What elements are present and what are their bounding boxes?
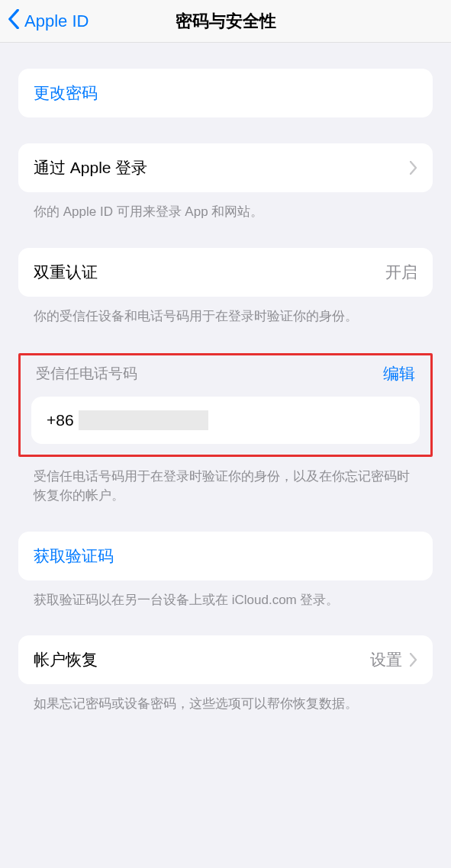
chevron-right-icon	[410, 161, 417, 175]
chevron-right-icon	[410, 653, 417, 667]
chevron-left-icon	[8, 9, 24, 34]
two-factor-value: 开启	[385, 262, 417, 283]
get-code-label: 获取验证码	[34, 545, 114, 567]
trusted-phone-highlight: 受信任电话号码 编辑 +86	[18, 353, 433, 457]
two-factor-label: 双重认证	[34, 262, 98, 283]
signin-with-apple-row[interactable]: 通过 Apple 登录	[18, 143, 433, 192]
change-password-row[interactable]: 更改密码	[18, 69, 433, 117]
signin-with-apple-label: 通过 Apple 登录	[34, 157, 147, 178]
two-factor-row[interactable]: 双重认证 开启	[18, 248, 433, 297]
get-code-row[interactable]: 获取验证码	[18, 532, 433, 580]
signin-with-apple-note: 你的 Apple ID 可用来登录 App 和网站。	[18, 192, 433, 222]
navbar: Apple ID 密码与安全性	[0, 0, 451, 43]
get-code-note: 获取验证码以在另一台设备上或在 iCloud.com 登录。	[18, 580, 433, 610]
trusted-phone-prefix: +86	[47, 411, 74, 429]
change-password-label: 更改密码	[34, 82, 98, 104]
account-recovery-row[interactable]: 帐户恢复 设置	[18, 635, 433, 684]
account-recovery-value: 设置	[370, 649, 402, 670]
account-recovery-label: 帐户恢复	[34, 649, 98, 670]
trusted-phone-redacted	[79, 410, 208, 430]
trusted-phone-note: 受信任电话号码用于在登录时验证你的身份，以及在你忘记密码时恢复你的帐户。	[18, 457, 433, 505]
two-factor-note: 你的受信任设备和电话号码用于在登录时验证你的身份。	[18, 297, 433, 326]
trusted-phone-row[interactable]: +86	[31, 397, 420, 444]
back-label: Apple ID	[24, 11, 89, 31]
account-recovery-note: 如果忘记密码或设备密码，这些选项可以帮你恢复数据。	[18, 684, 433, 714]
trusted-phone-edit-button[interactable]: 编辑	[383, 363, 415, 384]
trusted-phone-header: 受信任电话号码	[36, 364, 137, 384]
back-button[interactable]: Apple ID	[8, 0, 89, 43]
